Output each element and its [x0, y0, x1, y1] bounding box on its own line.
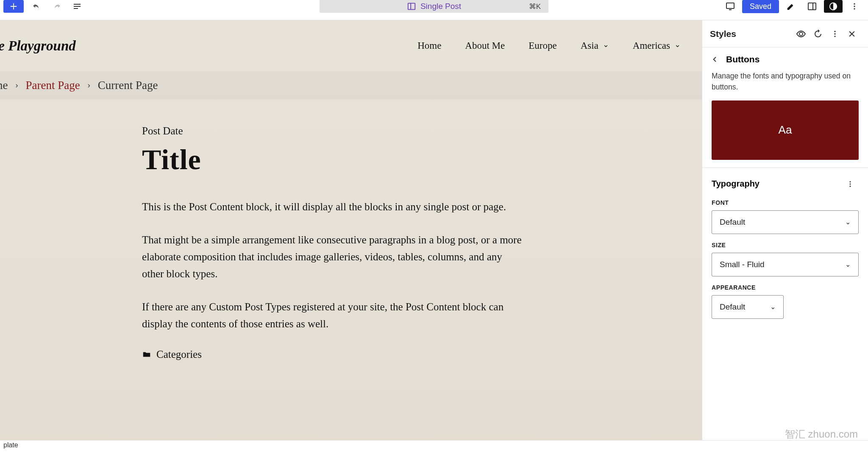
- back-button[interactable]: Buttons: [712, 54, 859, 64]
- styles-button[interactable]: [824, 0, 843, 13]
- toolbar-right: Saved: [721, 0, 864, 13]
- size-value: Small - Fluid: [720, 260, 765, 269]
- footer-bar: plate: [0, 440, 868, 452]
- post-date[interactable]: Post Date: [142, 125, 523, 137]
- undo-icon: [31, 1, 42, 11]
- chevron-down-icon: ⌄: [845, 260, 851, 268]
- add-block-button[interactable]: [3, 0, 24, 13]
- post-paragraph: That might be a simple arrangement like …: [142, 232, 523, 282]
- revisions-button[interactable]: [810, 25, 826, 42]
- svg-rect-3: [808, 3, 816, 10]
- redo-icon: [52, 1, 62, 11]
- categories-row[interactable]: Categories: [142, 349, 523, 360]
- folder-icon: [142, 350, 151, 359]
- post-content: Post Date Title This is the Post Content…: [142, 125, 523, 360]
- eye-icon: [796, 29, 806, 39]
- footer-text: plate: [3, 441, 18, 449]
- svg-point-9: [834, 31, 835, 32]
- categories-label: Categories: [156, 349, 202, 360]
- back-label: Buttons: [726, 54, 760, 64]
- kebab-icon: [831, 30, 839, 38]
- chevron-down-icon: ⌄: [770, 303, 776, 311]
- kebab-icon: [850, 2, 859, 11]
- svg-point-7: [854, 6, 855, 7]
- edit-button[interactable]: [782, 0, 800, 13]
- editor-canvas[interactable]: he Playground Home About Me Europe Asia …: [0, 20, 702, 440]
- kebab-icon: [846, 180, 854, 188]
- svg-point-8: [854, 8, 855, 9]
- svg-rect-2: [726, 3, 734, 8]
- post-body[interactable]: This is the Post Content block, it will …: [142, 198, 523, 332]
- breadcrumb-parent[interactable]: Parent Page: [26, 79, 80, 92]
- breadcrumb-current: Current Page: [98, 79, 158, 92]
- shortcut-hint: ⌘K: [529, 2, 541, 11]
- font-label: FONT: [712, 199, 859, 206]
- post-paragraph: If there are any Custom Post Types regis…: [142, 299, 523, 332]
- list-icon: [72, 1, 82, 11]
- close-sidebar-button[interactable]: [843, 25, 860, 42]
- svg-point-11: [834, 36, 835, 37]
- sidebar-toggle-button[interactable]: [803, 0, 821, 13]
- plus-icon: [9, 2, 18, 11]
- nav-about[interactable]: About Me: [465, 40, 505, 51]
- chevron-down-icon: ⌄: [845, 218, 851, 226]
- svg-point-13: [850, 183, 851, 184]
- section-title: Typography: [712, 179, 760, 189]
- sidebar-title: Styles: [710, 29, 736, 39]
- nav-americas[interactable]: Americas: [633, 40, 681, 51]
- appearance-label: APPEARANCE: [712, 284, 859, 291]
- sidebar-header: Styles: [702, 20, 868, 47]
- sidebar-subheader: Buttons Manage the fonts and typography …: [702, 47, 868, 168]
- font-value: Default: [720, 218, 745, 227]
- appearance-value: Default: [720, 302, 745, 312]
- stylebook-button[interactable]: [793, 25, 810, 42]
- redo-button[interactable]: [49, 0, 64, 14]
- font-select[interactable]: Default ⌄: [712, 210, 859, 234]
- post-title[interactable]: Title: [142, 143, 523, 176]
- breadcrumbs: ome › Parent Page › Current Page: [0, 71, 702, 100]
- breadcrumb-separator: ›: [16, 81, 18, 90]
- typography-preview: Aa: [712, 100, 859, 160]
- toolbar-left: [3, 0, 85, 13]
- appearance-select[interactable]: Default ⌄: [712, 295, 784, 319]
- nav-asia[interactable]: Asia: [581, 40, 609, 51]
- more-button[interactable]: [845, 0, 864, 13]
- size-select[interactable]: Small - Fluid ⌄: [712, 253, 859, 276]
- chevron-left-icon: [712, 56, 718, 63]
- desktop-icon: [725, 1, 735, 11]
- close-icon: [848, 30, 856, 38]
- save-button[interactable]: Saved: [742, 0, 779, 13]
- breadcrumb-separator: ›: [88, 81, 90, 90]
- top-toolbar: Single Post ⌘K Saved: [0, 0, 868, 20]
- site-nav: Home About Me Europe Asia Americas: [417, 40, 681, 51]
- layout-icon: [407, 2, 416, 11]
- breadcrumb-home[interactable]: ome: [0, 79, 8, 92]
- svg-rect-0: [408, 3, 415, 10]
- preview-text: Aa: [779, 123, 792, 137]
- list-view-button[interactable]: [70, 0, 85, 14]
- undo-button[interactable]: [29, 0, 44, 14]
- site-title[interactable]: he Playground: [0, 38, 76, 54]
- template-label: Single Post: [420, 2, 461, 11]
- history-icon: [813, 29, 823, 39]
- pencil-icon: [786, 2, 796, 11]
- panel-icon: [807, 1, 817, 11]
- section-more-button[interactable]: [842, 176, 859, 193]
- view-button[interactable]: [721, 0, 740, 13]
- size-label: SIZE: [712, 242, 859, 248]
- template-selector[interactable]: Single Post ⌘K: [320, 0, 548, 13]
- svg-point-6: [854, 3, 855, 5]
- sidebar-more-button[interactable]: [826, 25, 843, 42]
- styles-sidebar: Styles Buttons Manage the fonts and typo…: [702, 20, 868, 440]
- svg-point-10: [834, 33, 835, 34]
- sidebar-description: Manage the fonts and typography used on …: [712, 70, 859, 93]
- post-paragraph: This is the Post Content block, it will …: [142, 198, 523, 215]
- nav-home[interactable]: Home: [417, 40, 441, 51]
- typography-section: Typography FONT Default ⌄ SIZE Small - F…: [702, 168, 868, 331]
- site-header: he Playground Home About Me Europe Asia …: [0, 20, 702, 71]
- svg-point-14: [850, 185, 851, 187]
- nav-europe[interactable]: Europe: [529, 40, 556, 51]
- svg-point-12: [850, 181, 851, 182]
- contrast-icon: [829, 2, 838, 11]
